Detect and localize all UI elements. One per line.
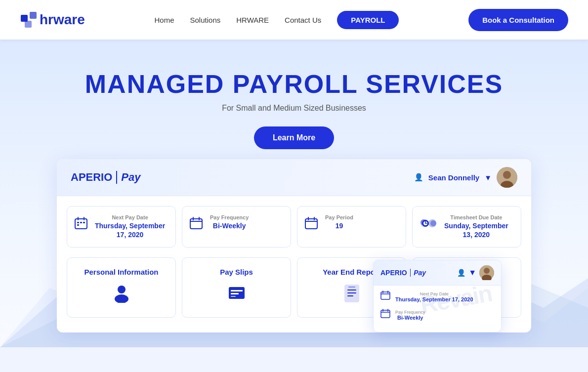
revain-logo-pay: Pay <box>414 269 426 277</box>
svg-rect-2 <box>25 21 32 28</box>
stat-pay-period: Pay Period 19 <box>325 214 353 230</box>
revain-avatar <box>479 265 494 280</box>
revain-overlay: APERIO Pay 👤 ▼ <box>373 260 502 332</box>
revain-user-icon: 👤 <box>457 269 465 277</box>
user-name: Sean Donnelly <box>428 173 479 182</box>
revain-logo-aperio: APERIO <box>380 269 407 277</box>
timesheet-due-icon <box>420 216 437 234</box>
stat-value-next-pay-date: Thursday, September17, 2020 <box>95 221 165 239</box>
stat-timesheet-due: Timesheet Due Date Sunday, September13, … <box>444 214 508 239</box>
svg-rect-20 <box>305 219 317 229</box>
revain-user: 👤 ▼ <box>457 265 494 280</box>
report-icon <box>342 283 362 307</box>
revain-stat-next-pay-content: Next Pay Date Thursday, September 17, 20… <box>395 291 473 302</box>
svg-rect-35 <box>231 290 243 291</box>
stat-value-pay-frequency: Bi-Weekly <box>210 221 249 230</box>
stat-card-timesheet-due: Timesheet Due Date Sunday, September13, … <box>412 206 521 248</box>
feature-personal-info[interactable]: Personal Information <box>67 257 176 318</box>
nav-contact[interactable]: Contact Us <box>285 16 321 24</box>
revain-logo: APERIO Pay <box>380 269 426 277</box>
revain-stat-next-pay-label: Next Pay Date <box>395 291 473 296</box>
feature-label-year-end-report: Year End Report <box>323 268 380 276</box>
nav-payroll[interactable]: PAYROLL <box>337 11 399 29</box>
hero-subtitle: For Small and Medium Sized Businesses <box>10 104 578 113</box>
feature-label-pay-slips: Pay Slips <box>220 268 253 276</box>
svg-point-32 <box>118 286 126 293</box>
nav-home[interactable]: Home <box>155 16 174 24</box>
revain-header: APERIO Pay 👤 ▼ <box>374 260 501 286</box>
app-header: APERIO Pay 👤 Sean Donnelly ▼ <box>57 159 531 196</box>
revain-stat-pay-freq: Pay Frequency Bi-Weekly <box>380 309 494 321</box>
main-header: hrware Home Solutions HRWARE Contact Us … <box>0 0 588 40</box>
stat-next-pay-date: Next Pay Date Thursday, September17, 202… <box>95 214 165 239</box>
stat-label-pay-period: Pay Period <box>325 214 353 220</box>
svg-rect-36 <box>231 293 239 294</box>
svg-rect-16 <box>190 219 202 229</box>
calendar-icon-3 <box>304 216 318 234</box>
app-logo-divider <box>116 171 117 184</box>
calendar-icon-1 <box>74 216 88 234</box>
revain-stat-next-pay-value: Thursday, September 17, 2020 <box>395 296 473 302</box>
svg-rect-56 <box>381 310 390 318</box>
app-logo-pay: Pay <box>121 171 140 184</box>
payslip-icon <box>227 283 247 307</box>
stat-value-pay-period: 19 <box>325 221 353 230</box>
revain-calendar-icon-1 <box>380 290 390 303</box>
app-logo: APERIO Pay <box>71 171 141 184</box>
app-logo-aperio: APERIO <box>71 171 112 184</box>
user-icon: 👤 <box>414 173 423 182</box>
chevron-down-icon: ▼ <box>484 173 492 182</box>
svg-rect-13 <box>77 224 79 226</box>
consultation-button[interactable]: Book a Consultation <box>468 9 568 31</box>
hero-section: MANAGED PAYROLL SERVICES For Small and M… <box>0 40 588 347</box>
revain-stats: Next Pay Date Thursday, September 17, 20… <box>374 286 501 332</box>
stat-card-next-pay-date: Next Pay Date Thursday, September17, 202… <box>67 206 176 248</box>
app-user[interactable]: 👤 Sean Donnelly ▼ <box>414 167 517 188</box>
stat-pay-frequency: Pay Frequency Bi-Weekly <box>210 214 249 230</box>
revain-stat-pay-freq-value: Bi-Weekly <box>395 315 425 321</box>
svg-rect-1 <box>30 12 37 19</box>
main-nav: Home Solutions HRWARE Contact Us PAYROLL <box>155 11 399 29</box>
user-avatar <box>497 167 517 188</box>
learn-more-button[interactable]: Learn More <box>254 126 334 149</box>
svg-point-33 <box>115 294 128 303</box>
person-icon <box>112 283 131 307</box>
svg-point-50 <box>484 268 490 274</box>
nav-solutions[interactable]: Solutions <box>190 16 221 24</box>
revain-logo-divider <box>410 269 411 277</box>
svg-point-7 <box>503 171 511 179</box>
calendar-icon-2 <box>189 216 203 234</box>
revain-chevron: ▼ <box>468 268 476 277</box>
svg-rect-11 <box>80 222 82 223</box>
nav-hrware[interactable]: HRWARE <box>236 16 269 24</box>
svg-rect-52 <box>381 292 390 299</box>
logo-icon <box>20 11 38 29</box>
svg-rect-10 <box>77 222 79 223</box>
site-logo: hrware <box>20 11 85 29</box>
stat-card-pay-period: Pay Period 19 <box>297 206 406 248</box>
avatar-face <box>497 167 517 188</box>
svg-rect-9 <box>75 219 87 229</box>
svg-rect-12 <box>83 222 85 223</box>
stat-label-pay-frequency: Pay Frequency <box>210 214 249 220</box>
revain-calendar-icon-2 <box>380 309 390 321</box>
stat-label-timesheet: Timesheet Due Date <box>444 214 508 220</box>
logo-text: hrware <box>40 12 85 28</box>
stats-grid: Next Pay Date Thursday, September17, 202… <box>57 196 531 253</box>
hero-title: MANAGED PAYROLL SERVICES <box>10 69 578 99</box>
svg-rect-0 <box>21 15 28 22</box>
svg-point-27 <box>430 220 436 226</box>
stat-value-timesheet: Sunday, September13, 2020 <box>444 221 508 239</box>
stat-card-pay-frequency: Pay Frequency Bi-Weekly <box>182 206 291 248</box>
feature-label-personal-info: Personal Information <box>84 268 158 276</box>
revain-stat-next-pay: Next Pay Date Thursday, September 17, 20… <box>380 290 494 303</box>
revain-stat-pay-freq-label: Pay Frequency <box>395 310 425 315</box>
revain-stat-pay-freq-content: Pay Frequency Bi-Weekly <box>395 310 425 321</box>
feature-pay-slips[interactable]: Pay Slips <box>182 257 291 318</box>
stat-label-next-pay-date: Next Pay Date <box>95 214 165 220</box>
svg-rect-37 <box>231 296 236 297</box>
app-container: APERIO Pay 👤 Sean Donnelly ▼ <box>57 159 531 332</box>
